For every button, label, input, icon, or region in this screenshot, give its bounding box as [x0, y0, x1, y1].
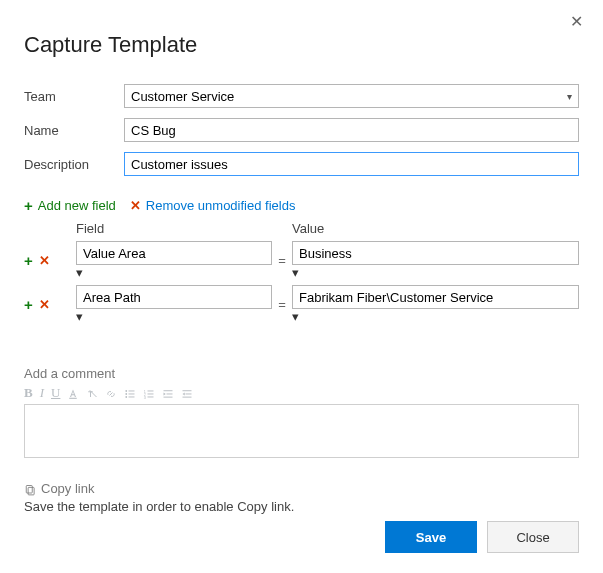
- svg-rect-17: [186, 394, 192, 395]
- remove-x-icon: ✕: [130, 199, 141, 212]
- value-select-input[interactable]: [292, 241, 579, 265]
- indent-icon[interactable]: [181, 386, 193, 401]
- svg-point-1: [126, 390, 128, 392]
- dialog-title: Capture Template: [24, 32, 579, 58]
- team-row: Team ▾: [24, 84, 579, 108]
- close-icon[interactable]: ✕: [570, 14, 583, 30]
- value-select-input[interactable]: [292, 285, 579, 309]
- remove-unmodified-label: Remove unmodified fields: [146, 198, 296, 213]
- row-delete-icon[interactable]: ✕: [39, 298, 50, 311]
- value-select[interactable]: ▾: [292, 241, 579, 280]
- svg-rect-14: [167, 394, 173, 395]
- comment-label: Add a comment: [24, 366, 579, 381]
- add-new-field-link[interactable]: + Add new field: [24, 198, 116, 213]
- team-select[interactable]: ▾: [124, 84, 579, 108]
- svg-rect-18: [183, 397, 192, 398]
- field-select[interactable]: ▾: [76, 241, 272, 280]
- rich-text-toolbar: B I U 123: [24, 385, 579, 401]
- field-actions: + Add new field ✕ Remove unmodified fiel…: [24, 198, 579, 213]
- comment-section: Add a comment B I U 123: [24, 366, 579, 461]
- field-select[interactable]: ▾: [76, 285, 272, 324]
- row-delete-icon[interactable]: ✕: [39, 254, 50, 267]
- svg-rect-5: [129, 394, 135, 395]
- name-row: Name: [24, 118, 579, 142]
- remove-unmodified-link[interactable]: ✕ Remove unmodified fields: [130, 198, 296, 213]
- font-color-icon[interactable]: [67, 386, 79, 401]
- bullet-list-icon[interactable]: [124, 386, 136, 401]
- svg-rect-12: [148, 397, 154, 398]
- svg-rect-0: [70, 398, 78, 399]
- comment-textarea[interactable]: [24, 404, 579, 458]
- team-select-input[interactable]: [124, 84, 579, 108]
- svg-rect-15: [164, 397, 173, 398]
- capture-template-dialog: ✕ Capture Template Team ▾ Name Descripti…: [0, 0, 603, 573]
- chevron-down-icon: ▾: [292, 309, 299, 324]
- svg-rect-11: [148, 394, 154, 395]
- field-select-input[interactable]: [76, 241, 272, 265]
- svg-rect-13: [164, 390, 173, 391]
- save-button[interactable]: Save: [385, 521, 477, 553]
- chevron-down-icon: ▾: [76, 309, 83, 324]
- svg-rect-16: [183, 390, 192, 391]
- link-icon[interactable]: [105, 386, 117, 401]
- add-new-field-label: Add new field: [38, 198, 116, 213]
- close-button[interactable]: Close: [487, 521, 579, 553]
- equals-sign: =: [272, 297, 292, 312]
- svg-rect-20: [28, 487, 34, 495]
- value-header: Value: [292, 221, 324, 236]
- dialog-footer: Save Close: [385, 521, 579, 553]
- chevron-down-icon: ▾: [76, 265, 83, 280]
- field-headers: Field Value: [76, 221, 579, 236]
- equals-sign: =: [272, 253, 292, 268]
- field-header: Field: [76, 221, 272, 236]
- team-label: Team: [24, 89, 124, 104]
- number-list-icon[interactable]: 123: [143, 386, 155, 401]
- description-label: Description: [24, 157, 124, 172]
- name-input[interactable]: [124, 118, 579, 142]
- name-label: Name: [24, 123, 124, 138]
- copy-link-label: Copy link: [41, 481, 94, 496]
- value-select[interactable]: ▾: [292, 285, 579, 324]
- row-add-icon[interactable]: +: [24, 297, 33, 312]
- bold-icon[interactable]: B: [24, 385, 33, 401]
- field-row: + ✕ ▾ = ▾: [24, 241, 579, 280]
- row-controls: + ✕: [24, 253, 76, 268]
- copy-link: Copy link: [24, 481, 94, 496]
- description-input[interactable]: [124, 152, 579, 176]
- underline-icon[interactable]: U: [51, 385, 60, 401]
- svg-rect-4: [129, 391, 135, 392]
- svg-point-3: [126, 396, 128, 398]
- svg-text:3: 3: [144, 396, 146, 400]
- copy-icon: [24, 481, 36, 496]
- svg-rect-19: [26, 485, 32, 493]
- svg-point-2: [126, 393, 128, 395]
- copy-link-helper: Save the template in order to enable Cop…: [24, 499, 579, 514]
- italic-icon[interactable]: I: [40, 385, 44, 401]
- svg-rect-6: [129, 397, 135, 398]
- clear-format-icon[interactable]: [86, 386, 98, 401]
- row-add-icon[interactable]: +: [24, 253, 33, 268]
- field-select-input[interactable]: [76, 285, 272, 309]
- plus-icon: +: [24, 198, 33, 213]
- chevron-down-icon: ▾: [292, 265, 299, 280]
- description-row: Description: [24, 152, 579, 176]
- field-row: + ✕ ▾ = ▾: [24, 285, 579, 324]
- outdent-icon[interactable]: [162, 386, 174, 401]
- row-controls: + ✕: [24, 297, 76, 312]
- svg-rect-10: [148, 391, 154, 392]
